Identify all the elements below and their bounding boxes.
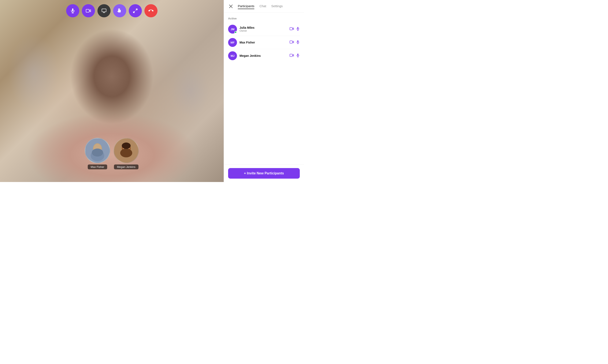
invite-new-participants-button[interactable]: + Invite New Participants [228,168,300,179]
participant-row-megan: MJ Megan Jenkins [228,49,300,62]
max-controls [290,40,300,45]
julia-info: Julia Miles Owner [239,26,290,32]
video-button[interactable] [82,4,95,17]
megan-info: Megan Jenkins [239,54,290,57]
julia-online-indicator [235,31,237,33]
julia-video-icon [290,26,294,32]
megan-name: Megan Jenkins [239,54,290,57]
tab-nav: Participants Chat Settings [238,3,300,9]
effects-button[interactable] [113,4,126,17]
svg-marker-2 [89,10,91,12]
participant-row-julia: JM Julia Miles Owner [228,23,300,36]
megan-mic-icon [296,53,300,58]
megan-thumb-label: Megan Jenkins [114,165,138,169]
participant-thumb-megan: Megan Jenkins [113,138,139,169]
svg-point-13 [92,149,103,157]
svg-point-18 [122,143,131,149]
julia-avatar: JM [228,25,237,34]
svg-rect-4 [102,9,106,12]
expand-button[interactable] [129,4,142,17]
video-area: Max Fisher Megan Jenkins [0,0,224,182]
right-panel: Participants Chat Settings Active JM Jul… [224,0,304,182]
julia-role: Owner [239,29,290,32]
tab-settings[interactable]: Settings [271,3,283,9]
panel-content: Active JM Julia Miles Owner [224,13,304,165]
end-call-button[interactable] [144,4,157,17]
tab-chat[interactable]: Chat [259,3,266,9]
screen-share-button[interactable] [97,4,111,17]
max-name: Max Fisher [239,41,290,44]
participants-strip: Max Fisher Megan Jenkins [85,138,139,169]
controls-bar [66,4,157,17]
max-thumb-label: Max Fisher [88,165,107,169]
svg-marker-25 [292,41,294,43]
svg-marker-21 [292,28,294,30]
max-avatar: MF [228,38,237,47]
svg-rect-30 [290,54,293,57]
panel-header: Participants Chat Settings [224,0,304,13]
panel-footer: + Invite New Participants [224,165,304,182]
svg-marker-29 [292,54,294,56]
max-video-icon [290,40,294,45]
svg-rect-22 [290,27,293,30]
svg-rect-3 [86,9,89,12]
mic-button[interactable] [66,4,79,17]
megan-controls [290,53,300,58]
close-panel-button[interactable] [228,4,234,9]
participant-row-max: MF Max Fisher [228,36,300,49]
megan-video-icon [290,53,294,58]
tab-participants[interactable]: Participants [238,3,254,9]
max-thumb-avatar [85,138,110,163]
megan-thumb-avatar [113,138,139,163]
megan-avatar: MJ [228,51,237,60]
julia-mic-icon [296,27,300,31]
max-mic-icon [296,40,300,45]
svg-rect-26 [290,41,293,43]
active-section-label: Active [228,17,300,20]
julia-name: Julia Miles [239,26,290,29]
svg-point-17 [120,149,132,157]
max-info: Max Fisher [239,41,290,44]
julia-controls [290,26,300,32]
participant-thumb-max: Max Fisher [85,138,110,169]
